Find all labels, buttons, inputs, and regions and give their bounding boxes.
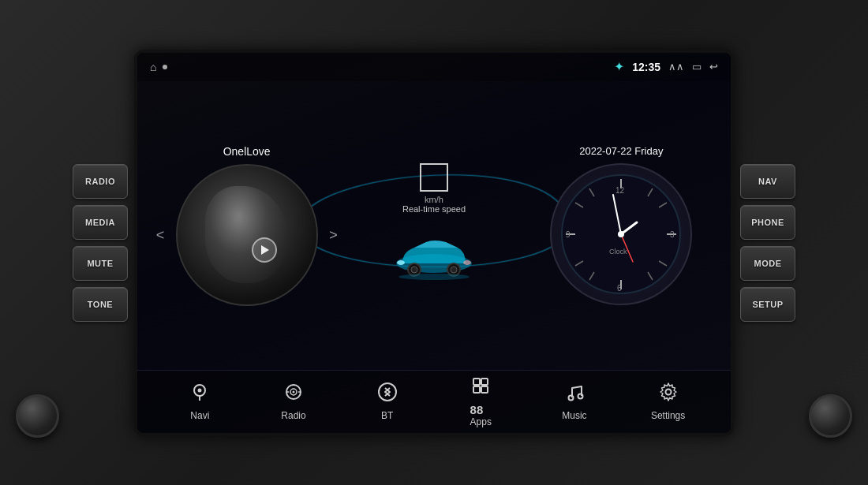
svg-point-35 (292, 391, 294, 394)
svg-rect-41 (473, 386, 480, 393)
music-widget: OnelLove < > (176, 145, 318, 306)
play-icon (261, 245, 269, 255)
media-button[interactable]: MEDIA (73, 205, 128, 240)
speed-unit: km/h (402, 195, 466, 204)
nav-item-bt[interactable]: BT (356, 382, 419, 421)
right-knob[interactable] (809, 394, 852, 438)
back-icon: ↩ (709, 61, 718, 73)
navi-icon (189, 382, 210, 407)
svg-text:9: 9 (566, 230, 571, 239)
settings-label: Settings (651, 410, 685, 421)
svg-rect-40 (481, 379, 488, 385)
svg-point-2 (463, 260, 471, 265)
radio-button[interactable]: RADIO (73, 164, 128, 199)
album-art-circle (176, 164, 318, 306)
svg-text:Clock: Clock (609, 248, 627, 256)
nav-item-apps[interactable]: 88 Apps (449, 375, 512, 428)
navi-label: Navi (190, 410, 209, 421)
time-display: 12:35 (632, 61, 660, 73)
radio-nav-label: Radio (281, 410, 305, 421)
car-illustration (383, 224, 485, 287)
svg-rect-39 (473, 379, 480, 385)
radio-nav-icon (283, 382, 304, 407)
mode-button[interactable]: MODE (740, 246, 795, 281)
svg-point-5 (411, 267, 417, 273)
album-art (178, 166, 316, 304)
play-button[interactable] (252, 237, 277, 263)
svg-point-6 (451, 267, 457, 273)
music-nav-icon (564, 382, 585, 407)
svg-point-38 (379, 383, 396, 401)
tone-button[interactable]: TONE (73, 287, 128, 322)
car-unit: RADIO MEDIA MUTE TONE ⌂ ✦ 12:35 ∧∧ ▭ ↩ (0, 0, 868, 485)
mute-button[interactable]: MUTE (73, 246, 128, 281)
settings-icon (658, 382, 679, 407)
nav-item-music[interactable]: Music (543, 382, 606, 421)
svg-text:12: 12 (615, 186, 625, 195)
svg-point-7 (398, 274, 470, 280)
svg-point-31 (198, 389, 202, 393)
svg-text:3: 3 (670, 230, 675, 239)
bluetooth-icon: ✦ (614, 59, 624, 74)
battery-icon: ▭ (692, 61, 702, 73)
bt-icon (377, 382, 398, 407)
home-icon: ⌂ (150, 61, 156, 73)
apps-count: 88 (470, 404, 492, 417)
phone-button[interactable]: PHONE (740, 205, 795, 240)
svg-point-43 (568, 396, 573, 401)
svg-rect-42 (481, 386, 488, 393)
nav-item-radio[interactable]: Radio (262, 382, 325, 421)
speed-display: km/h Real-time speed (402, 163, 466, 214)
music-title: OnelLove (223, 145, 271, 158)
setup-button[interactable]: SETUP (740, 287, 795, 322)
speed-widget: km/h Real-time speed (363, 163, 505, 287)
svg-point-1 (397, 260, 405, 265)
left-button-panel: RADIO MEDIA MUTE TONE (73, 164, 128, 322)
svg-point-29 (618, 231, 624, 237)
main-content: OnelLove < > (137, 81, 731, 370)
speed-label: Real-time speed (402, 204, 466, 214)
speed-box (420, 163, 448, 192)
status-dot (163, 65, 167, 69)
right-button-panel: NAV PHONE MODE SETUP (740, 164, 795, 322)
svg-text:6: 6 (617, 284, 622, 293)
nav-item-navi[interactable]: Navi (168, 382, 231, 421)
svg-point-45 (665, 390, 671, 395)
svg-point-44 (578, 394, 582, 399)
prev-button[interactable]: < (156, 226, 165, 243)
apps-label: 88 Apps (470, 404, 492, 428)
nav-item-settings[interactable]: Settings (637, 382, 700, 421)
nav-button[interactable]: NAV (740, 164, 795, 199)
clock-face: 12 6 3 9 Clock (550, 163, 692, 305)
apps-sublabel: Apps (470, 416, 492, 427)
status-right: ✦ 12:35 ∧∧ ▭ ↩ (614, 59, 718, 74)
date-display: 2022-07-22 Friday (579, 145, 663, 157)
status-bar: ⌂ ✦ 12:35 ∧∧ ▭ ↩ (137, 53, 731, 81)
left-knob[interactable] (16, 394, 59, 438)
music-nav-label: Music (562, 410, 586, 421)
clock-widget: 2022-07-22 Friday (550, 145, 692, 305)
car-svg (387, 228, 481, 283)
screen-frame: ⌂ ✦ 12:35 ∧∧ ▭ ↩ (134, 50, 734, 436)
bt-label: BT (381, 410, 393, 421)
screen: ⌂ ✦ 12:35 ∧∧ ▭ ↩ (137, 53, 731, 433)
status-left: ⌂ (150, 61, 167, 73)
bottom-nav: Navi Radio (137, 370, 731, 433)
signal-icon: ∧∧ (668, 61, 684, 73)
next-button[interactable]: > (329, 226, 338, 243)
apps-icon (470, 375, 491, 401)
